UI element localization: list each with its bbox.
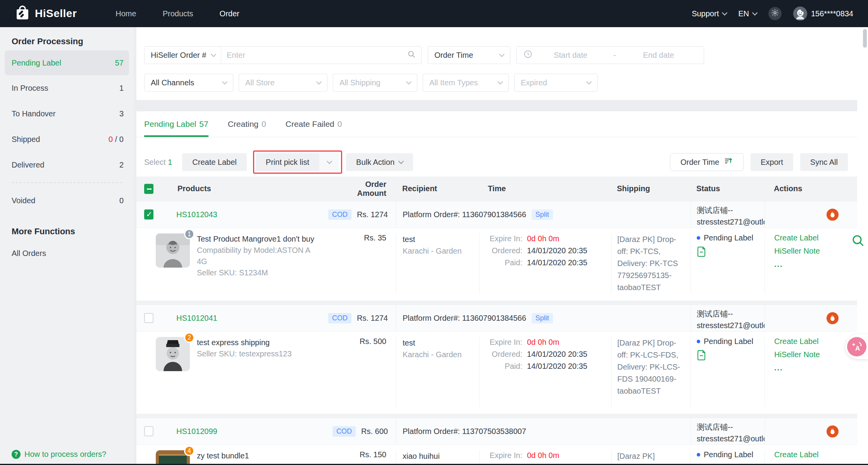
shipping-cell: [Daraz PK] bbox=[611, 450, 691, 465]
date-range-picker[interactable]: Start date - End date bbox=[516, 46, 704, 64]
create-label-button[interactable]: Create Label bbox=[182, 153, 247, 171]
order-id-link[interactable]: HS1012099 bbox=[176, 427, 217, 436]
item-price: Rs. 500 bbox=[337, 337, 396, 407]
more-actions-link[interactable]: ... bbox=[774, 363, 857, 372]
more-actions-link[interactable]: ... bbox=[774, 260, 857, 269]
chevron-down-icon[interactable] bbox=[319, 153, 339, 171]
hiseller-note-link[interactable]: HiSeller Note bbox=[774, 350, 857, 359]
nav-item-products[interactable]: Products bbox=[163, 9, 193, 18]
hiseller-logo-icon bbox=[15, 5, 30, 23]
filter-panel: HiSeller Order # Order Time bbox=[136, 27, 857, 100]
cod-badge: COD bbox=[328, 209, 351, 220]
count-badge: 3 bbox=[119, 109, 124, 118]
search-icon bbox=[407, 50, 416, 61]
daraz-channel-icon bbox=[827, 209, 839, 221]
split-badge: Split bbox=[532, 313, 553, 323]
export-button[interactable]: Export bbox=[751, 153, 793, 171]
order-search-group: HiSeller Order # bbox=[144, 46, 422, 64]
print-pick-list-button[interactable]: Print pick list bbox=[256, 153, 339, 171]
nav-item-order[interactable]: Order bbox=[220, 9, 239, 18]
order-id-link[interactable]: HS1012043 bbox=[176, 210, 217, 219]
tab-pending-label[interactable]: Pending Label57 bbox=[144, 111, 208, 137]
sidebar-section-title: More Functions bbox=[0, 213, 134, 240]
count-badge: 1 bbox=[119, 84, 124, 93]
search-type-select[interactable]: HiSeller Order # bbox=[145, 47, 221, 64]
label-document-icon[interactable] bbox=[697, 350, 706, 363]
tab-create-failed[interactable]: Create Failed0 bbox=[286, 111, 342, 137]
shipping-select[interactable]: All Shipping bbox=[333, 74, 417, 92]
create-label-link[interactable]: Create Label bbox=[774, 337, 857, 346]
sidebar-item-in-process[interactable]: In Process 1 bbox=[0, 75, 134, 101]
col-header-actions: Actions bbox=[765, 184, 857, 193]
label-document-icon[interactable] bbox=[697, 246, 706, 259]
recipient-name: test bbox=[403, 233, 479, 245]
sidebar: Order Processing Pending Label 57 In Pro… bbox=[0, 27, 134, 465]
row-checkbox[interactable] bbox=[144, 426, 153, 436]
product-sku: Seller SKU: S1234M bbox=[197, 267, 319, 278]
order-amount: Rs. 600 bbox=[361, 427, 388, 436]
count-badge: 0 bbox=[119, 196, 124, 205]
expire-value: 0d 0h 0m bbox=[527, 338, 611, 347]
floating-search-icon[interactable] bbox=[852, 234, 865, 249]
sidebar-section-title: Order Processing bbox=[0, 27, 134, 50]
col-header-time: Time bbox=[479, 184, 611, 193]
expire-value: 0d 0h 0m bbox=[527, 451, 611, 460]
sidebar-item-shipped[interactable]: Shipped 0 / 0 bbox=[0, 126, 134, 152]
store-name: 测试店铺-- stresstest271@outlook.com bbox=[691, 201, 765, 228]
bulk-action-button[interactable]: Bulk Action bbox=[346, 153, 413, 171]
avatar bbox=[793, 7, 807, 21]
platform-order-no: Platform Order#: 113607901384566 bbox=[403, 314, 526, 323]
item-count-badge: 4 bbox=[184, 446, 195, 456]
brand[interactable]: HiSeller bbox=[15, 5, 77, 23]
row-checkbox[interactable] bbox=[144, 313, 153, 323]
clock-icon bbox=[524, 50, 532, 61]
item-types-select[interactable]: All Item Types bbox=[423, 74, 509, 92]
cod-badge: COD bbox=[328, 313, 351, 323]
store-select[interactable]: All Store bbox=[239, 74, 327, 92]
expire-value: 0d 0h 0m bbox=[527, 234, 611, 243]
account-menu[interactable]: 156****0834 bbox=[793, 7, 853, 21]
sidebar-item-all-orders[interactable]: All Orders bbox=[0, 240, 134, 266]
help-link[interactable]: ? How to process orders? bbox=[12, 450, 106, 459]
nav-item-home[interactable]: Home bbox=[115, 9, 136, 18]
col-header-shipping: Shipping bbox=[611, 184, 691, 193]
scrollbar-thumb[interactable] bbox=[863, 29, 867, 48]
time-cell: Expire In:0d 0h 0m Ordered:14/01/2020 20… bbox=[479, 233, 611, 294]
channels-select[interactable]: All Channels bbox=[144, 74, 233, 92]
sidebar-item-delivered[interactable]: Delivered 2 bbox=[0, 152, 134, 178]
language-menu[interactable]: EN bbox=[738, 9, 757, 18]
chevron-down-icon bbox=[222, 79, 227, 85]
expired-select[interactable]: Expired bbox=[514, 74, 598, 92]
settings-button[interactable] bbox=[768, 7, 782, 20]
product-row: 1 Test Product Mangrove1 don't buy Compa… bbox=[136, 228, 857, 301]
svg-text:A: A bbox=[855, 345, 860, 352]
support-menu[interactable]: Support bbox=[692, 9, 727, 18]
sync-all-button[interactable]: Sync All bbox=[800, 153, 848, 171]
top-navbar: HiSeller Home Products Order Support EN bbox=[0, 0, 868, 27]
order-amount: Rs. 1274 bbox=[357, 210, 388, 219]
order-time-sort-button[interactable]: Order Time bbox=[670, 153, 744, 171]
store-name: 测试店铺-- stresstest271@outlook.com bbox=[691, 418, 765, 444]
col-header-order-amount: Order Amount bbox=[337, 180, 396, 198]
row-checkbox[interactable] bbox=[144, 209, 153, 220]
tab-creating[interactable]: Creating0 bbox=[228, 111, 266, 137]
floating-translate-widget[interactable]: A bbox=[846, 334, 868, 359]
count-badge: 2 bbox=[119, 161, 124, 169]
sidebar-item-voided[interactable]: Voided 0 bbox=[0, 188, 134, 213]
end-date-placeholder: End date bbox=[620, 51, 697, 60]
product-sku: Seller SKU: testexpress123 bbox=[197, 348, 319, 360]
create-label-link[interactable]: Create Label bbox=[774, 450, 857, 459]
sidebar-item-to-handover[interactable]: To Handover 3 bbox=[0, 101, 134, 126]
order-id-link[interactable]: HS1012041 bbox=[176, 314, 217, 323]
order-time-select[interactable]: Order Time bbox=[428, 46, 510, 64]
sidebar-item-pending-label[interactable]: Pending Label 57 bbox=[5, 50, 129, 75]
status-cell: Pending Label bbox=[691, 233, 765, 294]
select-all-checkbox[interactable] bbox=[144, 184, 153, 194]
count-badge: 57 bbox=[115, 59, 124, 67]
order-summary-row: HS1012043 COD Rs. 1274 Platform Order#: … bbox=[136, 201, 857, 228]
status-dot bbox=[697, 340, 700, 343]
chevron-down-icon bbox=[499, 52, 505, 57]
create-label-link[interactable]: Create Label bbox=[774, 233, 857, 242]
hiseller-note-link[interactable]: HiSeller Note bbox=[774, 247, 857, 256]
search-input[interactable] bbox=[221, 51, 407, 60]
